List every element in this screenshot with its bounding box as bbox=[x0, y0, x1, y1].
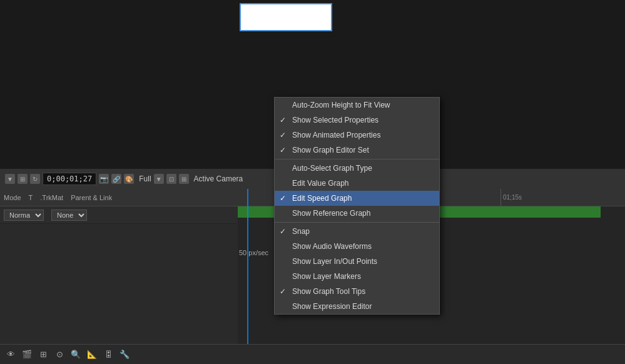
view-icon[interactable]: ⊡ bbox=[166, 174, 176, 184]
menu-item-show-graph-editor-set[interactable]: ✓ Show Graph Editor Set bbox=[275, 143, 439, 158]
menu-item-label: Show Layer In/Out Points bbox=[292, 257, 377, 266]
menu-item-show-audio-waveforms[interactable]: Show Audio Waveforms bbox=[275, 239, 439, 254]
menu-item-snap[interactable]: ✓ Snap bbox=[275, 224, 439, 239]
menu-item-auto-zoom[interactable]: Auto-Zoom Height to Fit View bbox=[275, 98, 439, 113]
checkmark-snap: ✓ bbox=[280, 227, 286, 236]
col-t: T bbox=[25, 194, 37, 201]
layer-mode-cell: Norma bbox=[0, 210, 48, 221]
layers-panel: Mode T .TrkMat Parent & Link Norma None bbox=[0, 189, 238, 345]
layer-row: Norma None bbox=[0, 206, 238, 224]
toolbar-ruler-icon[interactable]: 📐 bbox=[86, 349, 98, 360]
menu-item-label: Show Graph Editor Set bbox=[292, 146, 369, 154]
menu-item-show-graph-tool-tips[interactable]: ✓ Show Graph Tool Tips bbox=[275, 284, 439, 299]
zoom-label[interactable]: Full bbox=[139, 174, 151, 183]
toolbar-target-icon[interactable]: ⊙ bbox=[54, 349, 65, 360]
toolbar-search-icon[interactable]: 🔍 bbox=[70, 349, 81, 360]
camera-icon[interactable]: 📷 bbox=[99, 174, 109, 184]
comp-icon[interactable]: ⊞ bbox=[18, 174, 28, 184]
toolbar-eye-icon[interactable]: 👁 bbox=[5, 349, 16, 360]
link-icon[interactable]: 🔗 bbox=[111, 174, 121, 184]
layer-trkmat-cell: None bbox=[48, 210, 91, 221]
menu-item-show-selected[interactable]: ✓ Show Selected Properties bbox=[275, 113, 439, 128]
menu-separator-1 bbox=[275, 159, 439, 159]
col-parent: Parent & Link bbox=[67, 194, 116, 201]
checkmark-edit-speed: ✓ bbox=[280, 194, 286, 203]
loop-icon[interactable]: ↻ bbox=[30, 174, 40, 184]
menu-item-auto-select-graph[interactable]: Auto-Select Graph Type bbox=[275, 161, 439, 176]
menu-item-show-layer-in-out[interactable]: Show Layer In/Out Points bbox=[275, 254, 439, 269]
timeline-controls: ▼ ⊞ ↻ 0;00;01;27 📷 🔗 🎨 Full ▼ ⊡ ⊞ Active… bbox=[5, 173, 243, 185]
speed-label: 50 px/sec bbox=[239, 249, 268, 256]
menu-item-label: Edit Value Graph bbox=[292, 179, 349, 188]
trkmat-select[interactable]: None bbox=[51, 210, 87, 221]
time-display[interactable]: 0;00;01;27 bbox=[43, 173, 96, 185]
menu-item-label: Show Expression Editor bbox=[292, 302, 372, 311]
dropdown-icon[interactable]: ▼ bbox=[154, 174, 164, 184]
menu-item-label: Show Audio Waveforms bbox=[292, 242, 372, 251]
toolbar-settings-icon[interactable]: 🔧 bbox=[119, 349, 130, 360]
menu-separator-2 bbox=[275, 222, 439, 223]
menu-item-show-expression-editor[interactable]: Show Expression Editor bbox=[275, 299, 439, 314]
menu-item-label: Show Layer Markers bbox=[292, 272, 361, 281]
menu-item-label: Auto-Zoom Height to Fit View bbox=[292, 101, 390, 109]
checkmark-graph-tool-tips: ✓ bbox=[280, 287, 286, 296]
checkmark-show-animated: ✓ bbox=[280, 131, 286, 139]
menu-item-show-reference-graph[interactable]: Show Reference Graph bbox=[275, 206, 439, 221]
menu-item-show-animated[interactable]: ✓ Show Animated Properties bbox=[275, 128, 439, 143]
menu-item-label: Show Selected Properties bbox=[292, 116, 379, 124]
menu-item-edit-value-graph[interactable]: Edit Value Graph bbox=[275, 176, 439, 191]
preview-rectangle bbox=[240, 3, 332, 31]
color-icon[interactable]: 🎨 bbox=[124, 174, 134, 184]
context-menu: Auto-Zoom Height to Fit View ✓ Show Sele… bbox=[274, 97, 440, 315]
camera-label: Active Camera bbox=[194, 174, 243, 183]
checkmark-show-selected: ✓ bbox=[280, 116, 286, 124]
menu-item-label: Show Animated Properties bbox=[292, 131, 380, 139]
layer-column-headers: Mode T .TrkMat Parent & Link bbox=[0, 189, 238, 206]
toolbar-control-icon[interactable]: 🎛 bbox=[103, 349, 114, 360]
col-mode: Mode bbox=[0, 194, 25, 201]
menu-item-show-layer-markers[interactable]: Show Layer Markers bbox=[275, 269, 439, 284]
menu-item-label: Edit Speed Graph bbox=[292, 194, 352, 203]
checkmark-graph-editor-set: ✓ bbox=[280, 146, 286, 154]
menu-item-label: Snap bbox=[292, 227, 310, 236]
playhead[interactable] bbox=[247, 189, 248, 345]
col-trkmat: .TrkMat bbox=[36, 194, 67, 201]
toolbar-film-icon[interactable]: 🎬 bbox=[21, 349, 33, 360]
mode-select[interactable]: Norma bbox=[4, 210, 44, 221]
menu-item-label: Show Graph Tool Tips bbox=[292, 287, 365, 296]
menu-item-label: Auto-Select Graph Type bbox=[292, 164, 372, 173]
ruler-mark-3: 01;15s bbox=[501, 189, 522, 206]
toggle-icon[interactable]: ⊞ bbox=[179, 174, 189, 184]
collapse-icon[interactable]: ▼ bbox=[5, 174, 15, 184]
menu-item-label: Show Reference Graph bbox=[292, 209, 370, 218]
toolbar-grid-icon[interactable]: ⊞ bbox=[38, 349, 49, 360]
bottom-toolbar: 👁 🎬 ⊞ ⊙ 🔍 📐 🎛 🔧 bbox=[0, 344, 625, 364]
menu-item-edit-speed-graph[interactable]: ✓ Edit Speed Graph bbox=[275, 191, 439, 206]
